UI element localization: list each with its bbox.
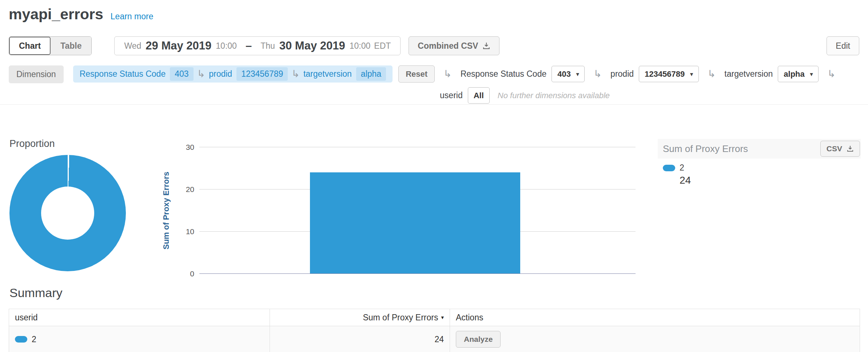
branch-arrow-icon: ↳ bbox=[443, 69, 452, 79]
dimension-selector-line-2: userid All No further dimensions availab… bbox=[440, 87, 839, 104]
legend-value: 24 bbox=[680, 175, 861, 186]
proportion-title: Proportion bbox=[9, 138, 55, 149]
bar-plot-area bbox=[199, 147, 636, 274]
dimension-selectors: ↳ Response Status Code 403 ▾ ↳ prodid 12… bbox=[440, 65, 839, 104]
legend-header: Sum of Proxy Errors CSV bbox=[658, 139, 861, 159]
legend-panel: Sum of Proxy Errors CSV 224 bbox=[658, 139, 861, 186]
y-tick-label: 20 bbox=[186, 185, 194, 194]
branch-arrow-icon: ↳ bbox=[197, 69, 206, 79]
column-header-sum-of-proxy-errors[interactable]: Sum of Proxy Errors ▾ bbox=[270, 309, 450, 326]
page-header: myapi_errors Learn more bbox=[9, 6, 153, 23]
charts-section: Proportion Sum of Proxy Errors 0102030 S… bbox=[0, 138, 868, 281]
legend-item[interactable]: 224 bbox=[663, 163, 861, 186]
end-date: 30 May 2019 bbox=[279, 39, 345, 52]
x-axis-line bbox=[199, 273, 636, 274]
branch-arrow-icon: ↳ bbox=[827, 69, 836, 79]
column-header-actions: Actions bbox=[450, 309, 860, 326]
end-time: 10:00 bbox=[350, 41, 371, 51]
date-range-separator: – bbox=[246, 39, 252, 52]
analyze-button[interactable]: Analyze bbox=[456, 331, 501, 348]
breadcrumb-value-403[interactable]: 403 bbox=[170, 67, 193, 81]
start-time: 10:00 bbox=[216, 41, 237, 51]
selector-userid-all[interactable]: All bbox=[468, 87, 490, 104]
dimension-selector-line-1: ↳ Response Status Code 403 ▾ ↳ prodid 12… bbox=[440, 65, 839, 83]
dimension-label: Dimension bbox=[9, 65, 64, 83]
combined-csv-label: Combined CSV bbox=[418, 41, 478, 51]
gridline bbox=[199, 147, 636, 147]
section-divider bbox=[0, 104, 868, 105]
breadcrumb-name-prodid[interactable]: prodid bbox=[209, 69, 232, 79]
date-range-picker[interactable]: Wed 29 May 2019 10:00 – Thu 30 May 2019 … bbox=[114, 36, 401, 55]
branch-arrow-icon: ↳ bbox=[291, 69, 300, 79]
chart-view-button[interactable]: Chart bbox=[9, 37, 51, 55]
edit-button[interactable]: Edit bbox=[827, 36, 859, 55]
page-title: myapi_errors bbox=[9, 6, 103, 23]
column-header-label: Sum of Proxy Errors bbox=[363, 313, 438, 323]
selector-prodid[interactable]: 123456789 ▾ bbox=[639, 66, 699, 82]
branch-arrow-icon: ↳ bbox=[593, 69, 602, 79]
y-tick-label: 0 bbox=[190, 269, 194, 278]
y-tick-label: 30 bbox=[186, 143, 194, 152]
legend-title: Sum of Proxy Errors bbox=[663, 143, 748, 155]
csv-label: CSV bbox=[827, 144, 842, 153]
branch-arrow-icon: ↳ bbox=[708, 69, 716, 79]
breadcrumb-value-alpha[interactable]: alpha bbox=[356, 67, 386, 81]
selector-value: 403 bbox=[557, 69, 571, 79]
download-icon bbox=[847, 145, 854, 152]
donut-chart[interactable] bbox=[9, 155, 126, 271]
timezone-label: EDT bbox=[374, 41, 391, 51]
chevron-down-icon: ▾ bbox=[690, 71, 693, 77]
userid-value: 2 bbox=[32, 335, 36, 344]
breadcrumb-name-response-status-code[interactable]: Response Status Code bbox=[80, 69, 166, 79]
dimension-bar: Dimension Response Status Code 403 ↳ pro… bbox=[9, 65, 859, 104]
download-icon bbox=[482, 42, 490, 50]
dimension-breadcrumb: Response Status Code 403 ↳ prodid 123456… bbox=[73, 65, 393, 83]
start-day: Wed bbox=[124, 41, 141, 51]
toolbar: Chart Table Wed 29 May 2019 10:00 – Thu … bbox=[9, 36, 859, 55]
series-swatch bbox=[15, 336, 27, 343]
reset-button[interactable]: Reset bbox=[398, 65, 435, 83]
chevron-down-icon: ▾ bbox=[810, 71, 813, 77]
bar[interactable] bbox=[310, 172, 520, 273]
selector-value: All bbox=[474, 91, 484, 100]
csv-button[interactable]: CSV bbox=[820, 141, 860, 157]
y-tick-label: 10 bbox=[186, 227, 194, 236]
no-further-dimensions-text: No further dimensions available bbox=[498, 91, 610, 100]
summary-table: userid Sum of Proxy Errors ▾ Actions 224… bbox=[9, 309, 860, 352]
end-day: Thu bbox=[260, 41, 275, 51]
table-cell-actions: Analyze bbox=[450, 326, 860, 352]
selector-targetversion[interactable]: alpha ▾ bbox=[778, 66, 819, 82]
start-date: 29 May 2019 bbox=[146, 39, 211, 52]
selector-name-response-status-code: Response Status Code bbox=[461, 69, 547, 79]
selector-name-userid: userid bbox=[440, 91, 463, 100]
legend-swatch bbox=[663, 165, 675, 171]
breadcrumb-name-targetversion[interactable]: targetversion bbox=[303, 69, 352, 79]
column-header-userid: userid bbox=[9, 309, 270, 326]
selector-name-targetversion: targetversion bbox=[724, 69, 773, 79]
learn-more-link[interactable]: Learn more bbox=[111, 12, 154, 21]
breadcrumb-value-123456789[interactable]: 123456789 bbox=[236, 67, 288, 81]
summary-title: Summary bbox=[9, 286, 62, 300]
chevron-down-icon: ▾ bbox=[576, 71, 579, 77]
table-cell-sum: 24 bbox=[270, 326, 450, 352]
selector-value: 123456789 bbox=[645, 69, 685, 79]
legend-items: 224 bbox=[658, 163, 861, 186]
table-view-button[interactable]: Table bbox=[51, 37, 91, 55]
legend-label: 2 bbox=[680, 163, 684, 173]
view-toggle: Chart Table bbox=[9, 36, 92, 55]
combined-csv-button[interactable]: Combined CSV bbox=[409, 36, 499, 55]
selector-value: alpha bbox=[784, 69, 804, 79]
table-cell-userid: 2 bbox=[9, 326, 270, 352]
selector-response-status-code[interactable]: 403 ▾ bbox=[552, 66, 585, 82]
selector-name-prodid: prodid bbox=[610, 69, 634, 79]
y-tick-labels: 0102030 bbox=[170, 147, 194, 274]
sort-descending-icon: ▾ bbox=[441, 314, 444, 321]
